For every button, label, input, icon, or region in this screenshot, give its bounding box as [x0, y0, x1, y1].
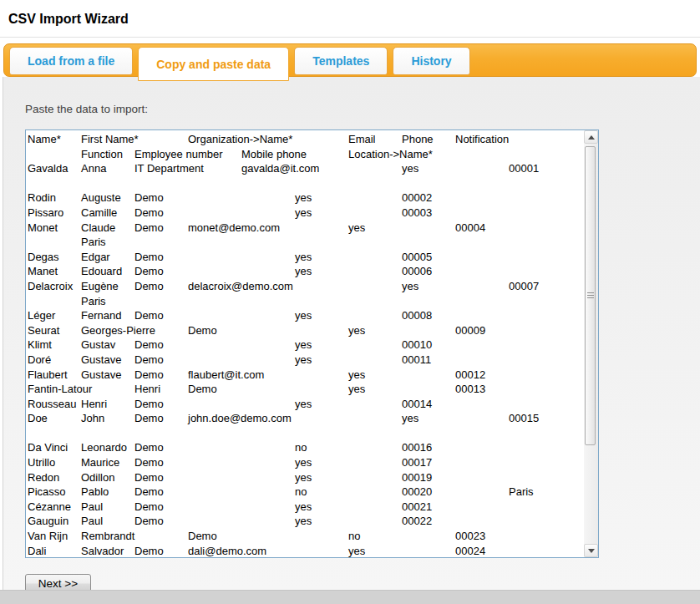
textarea-cell: Rodin — [28, 190, 56, 206]
tab-copy-and-paste-data[interactable]: Copy and paste data — [138, 47, 289, 81]
textarea-cell: Fantin-Latour — [28, 382, 92, 397]
textarea-cell: Demo — [134, 470, 164, 485]
textarea-line: Van RijnRembrandtDemono00023 — [28, 529, 581, 544]
textarea-cell: Paris — [81, 294, 106, 309]
down-arrow-icon — [588, 549, 595, 553]
textarea-cell: Name* — [28, 132, 61, 147]
textarea-cell: Demo — [134, 544, 164, 557]
textarea-cell: yes — [348, 544, 365, 557]
textarea-cell: Demo — [134, 485, 164, 500]
textarea-cell: Demo — [134, 250, 164, 265]
tab-history[interactable]: History — [393, 47, 469, 75]
textarea-cell: yes — [348, 382, 365, 397]
tab-label: Templates — [312, 54, 369, 68]
textarea-cell: no — [295, 485, 307, 500]
csv-paste-textarea[interactable]: Name*First Name*Organization->Name*Email… — [25, 129, 599, 558]
textarea-cell: yes — [348, 323, 365, 338]
textarea-cell: yes — [295, 514, 312, 529]
textarea-cell: Salvador — [81, 544, 124, 557]
textarea-cell: Delacroix — [28, 279, 73, 294]
textarea-cell: Paris — [81, 235, 106, 250]
textarea-cell: Demo — [134, 514, 164, 529]
textarea-cell: no — [348, 529, 360, 544]
textarea-cell: Demo — [134, 279, 164, 294]
textarea-cell: yes — [295, 338, 312, 353]
textarea-cell: 00013 — [455, 382, 485, 397]
textarea-content: Name*First Name*Organization->Name*Email… — [28, 132, 581, 557]
textarea-cell: Monet — [28, 221, 58, 236]
textarea-cell: Eugène — [81, 279, 119, 294]
textarea-cell: Henri — [134, 382, 160, 397]
textarea-cell: 00009 — [455, 323, 485, 338]
textarea-cell: Georges-Pierre — [81, 323, 155, 338]
textarea-line — [28, 426, 581, 441]
textarea-cell: Gustav — [81, 338, 115, 353]
textarea-line: Da VinciLeonardoDemono00016 — [28, 440, 581, 455]
textarea-line: UtrilloMauriceDemoyes00017 — [28, 455, 581, 470]
textarea-cell: Edouard — [81, 264, 122, 279]
textarea-cell: Location->Name* — [348, 147, 433, 162]
textarea-line: CézannePaulDemoyes00021 — [28, 500, 581, 515]
textarea-cell: John — [81, 411, 104, 426]
textarea-cell: monet@demo.com — [188, 221, 280, 236]
textarea-line: RedonOdillonDemoyes00019 — [28, 470, 581, 485]
textarea-cell: Demo — [188, 529, 217, 544]
textarea-cell: Klimt — [28, 338, 52, 353]
textarea-cell: Demo — [134, 264, 164, 279]
textarea-cell: 00020 — [402, 485, 432, 500]
scroll-down-button[interactable] — [584, 544, 598, 557]
textarea-line: SeuratGeorges-PierreDemoyes00009 — [28, 323, 581, 338]
textarea-cell: yes — [402, 161, 418, 176]
textarea-cell: Demo — [188, 323, 217, 338]
textarea-cell: Notification — [455, 132, 509, 147]
textarea-cell: Léger — [28, 308, 55, 323]
paste-data-label: Paste the data to import: — [25, 103, 148, 115]
scroll-up-button[interactable] — [584, 130, 598, 144]
textarea-cell: Rousseau — [28, 397, 77, 412]
textarea-cell: Paris — [509, 485, 534, 500]
textarea-cell: Pissaro — [28, 206, 63, 221]
textarea-cell: Manet — [28, 264, 58, 279]
textarea-line: PicassoPabloDemono00020Paris — [28, 485, 581, 500]
tab-label: Copy and paste data — [156, 58, 271, 71]
textarea-cell: yes — [295, 206, 312, 221]
tab-templates[interactable]: Templates — [294, 47, 388, 75]
textarea-cell: Mobile phone — [241, 147, 307, 162]
textarea-cell: Flaubert — [28, 368, 68, 383]
textarea-cell: Rembrandt — [81, 529, 134, 544]
textarea-line: DoréGustaveDemoyes00011 — [28, 353, 581, 368]
up-arrow-icon — [588, 135, 595, 140]
textarea-cell: yes — [295, 455, 312, 470]
textarea-cell: Paul — [81, 500, 103, 515]
tab-load-from-a-file[interactable]: Load from a file — [9, 47, 133, 75]
textarea-cell: First Name* — [81, 132, 139, 147]
textarea-cell: Demo — [134, 368, 164, 383]
textarea-line: MonetClaudeDemomonet@demo.comyes00004 — [28, 221, 581, 236]
textarea-cell: Demo — [134, 338, 164, 353]
csv-import-wizard-screen: CSV Import Wizard Load from a file Copy … — [0, 0, 700, 604]
page-title: CSV Import Wizard — [8, 12, 129, 27]
textarea-cell: Employee number — [134, 147, 223, 162]
textarea-cell: 00006 — [402, 264, 432, 279]
textarea-line: DelacroixEugèneDemodelacroix@demo.comyes… — [28, 279, 581, 294]
textarea-line: Paris — [28, 294, 581, 309]
textarea-cell: yes — [402, 279, 418, 294]
vertical-scrollbar[interactable] — [584, 130, 598, 557]
textarea-cell: Gauguin — [28, 514, 68, 529]
textarea-cell: Phone — [402, 132, 434, 147]
textarea-cell: 00015 — [509, 411, 539, 426]
textarea-cell: yes — [295, 500, 312, 515]
textarea-cell: yes — [402, 411, 418, 426]
scrollbar-thumb[interactable] — [585, 146, 596, 445]
textarea-line: Paris — [28, 235, 581, 250]
textarea-cell: Gustave — [81, 368, 121, 383]
textarea-cell: 00014 — [402, 397, 432, 412]
tab-bar: Load from a file Copy and paste data Tem… — [3, 43, 697, 77]
textarea-cell: Demo — [134, 397, 164, 412]
textarea-cell: 00004 — [455, 221, 485, 236]
textarea-cell: Demo — [134, 308, 164, 323]
textarea-line: DegasEdgarDemoyes00005 — [28, 250, 581, 265]
textarea-line: LégerFernandDemoyes00008 — [28, 308, 581, 323]
bottom-bar — [0, 590, 700, 604]
textarea-cell: Utrillo — [28, 455, 55, 470]
